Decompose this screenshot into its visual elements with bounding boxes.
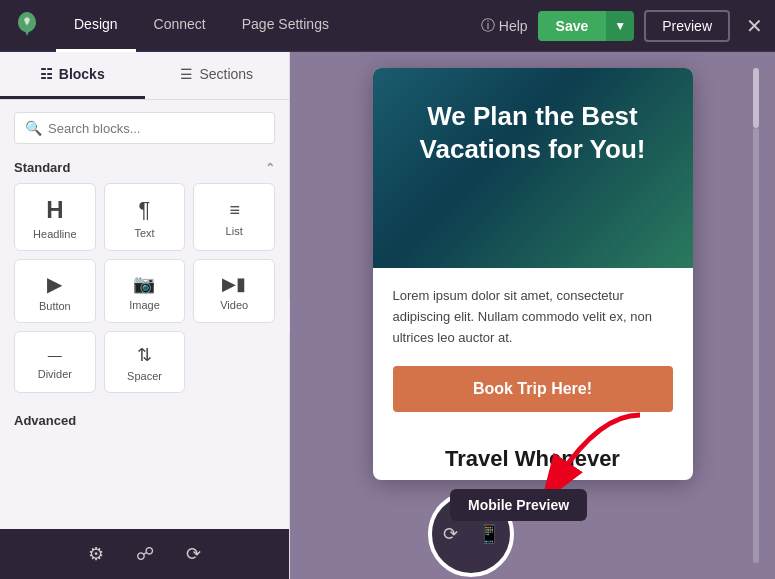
preview-area: We Plan the Best Vacations for You! Lore… [290,52,775,579]
search-area: 🔍 [0,100,289,156]
tab-connect[interactable]: Connect [136,0,224,52]
button-icon: ▶ [47,274,62,294]
block-button[interactable]: ▶ Button [14,259,96,323]
logo [12,9,42,43]
save-button[interactable]: Save [538,11,607,41]
divider-icon: ― [48,348,62,362]
settings-icon-button[interactable]: ⚙ [82,537,110,571]
sidebar-bottom-toolbar: ⚙ ☍ ⟳ [0,529,289,579]
scroll-track [753,128,759,563]
mobile-preview-tooltip: Mobile Preview [450,489,587,521]
refresh-icon-button[interactable]: ⟳ [439,519,462,549]
topbar: Design Connect Page Settings ⓘ Help Save… [0,0,775,52]
text-icon: ¶ [139,199,151,221]
standard-section-label: Standard ⌃ [0,156,289,183]
block-divider[interactable]: ― Divider [14,331,96,393]
search-input-wrap: 🔍 [14,112,275,144]
blocks-grid-row2: ▶ Button 📷 Image ▶▮ Video [0,259,289,335]
mobile-view-icon-button[interactable]: 📱 [474,519,504,549]
sidebar-tabs: ☷ Blocks ☰ Sections [0,52,289,100]
sections-icon: ☰ [180,66,193,82]
blocks-icon: ☷ [40,66,53,82]
block-headline[interactable]: H Headline [14,183,96,251]
mobile-hero-section: We Plan the Best Vacations for You! [373,68,693,268]
preview-button[interactable]: Preview [644,10,730,42]
advanced-section-label: Advanced [0,405,289,436]
headline-icon: H [46,198,63,222]
block-image[interactable]: 📷 Image [104,259,186,323]
block-list[interactable]: ≡ List [193,183,275,251]
tab-design[interactable]: Design [56,0,136,52]
save-dropdown-button[interactable]: ▼ [606,11,634,41]
search-input[interactable] [48,121,264,136]
tab-sections[interactable]: ☰ Sections [145,52,290,99]
blocks-grid-row3: ― Divider ⇅ Spacer [0,331,289,405]
red-arrow-annotation [520,405,650,499]
sidebar: ☷ Blocks ☰ Sections 🔍 Standard ⌃ H Headl [0,52,290,579]
topbar-right: ⓘ Help Save ▼ Preview ✕ [481,10,763,42]
tab-page-settings[interactable]: Page Settings [224,0,347,52]
help-button[interactable]: ⓘ Help [481,17,528,35]
block-text[interactable]: ¶ Text [104,183,186,251]
close-button[interactable]: ✕ [746,14,763,38]
image-icon: 📷 [133,275,155,293]
search-icon: 🔍 [25,120,42,136]
help-icon: ⓘ [481,17,495,35]
block-spacer[interactable]: ⇅ Spacer [104,331,186,393]
toggle-icon[interactable]: ⌃ [265,161,275,175]
video-icon: ▶▮ [222,275,246,293]
list-icon: ≡ [229,201,239,219]
scroll-thumb [753,68,759,128]
block-video[interactable]: ▶▮ Video [193,259,275,323]
spacer-icon: ⇅ [137,346,152,364]
hero-title: We Plan the Best Vacations for You! [397,100,669,165]
nav-tabs: Design Connect Page Settings [56,0,347,52]
save-group: Save ▼ [538,11,635,41]
blocks-grid-row1: H Headline ¶ Text ≡ List [0,183,289,263]
tab-blocks[interactable]: ☷ Blocks [0,52,145,99]
scroll-indicator [753,68,759,563]
body-text: Lorem ipsum dolor sit amet, consectetur … [393,286,673,348]
main-layout: ☷ Blocks ☰ Sections 🔍 Standard ⌃ H Headl [0,52,775,579]
history-icon-button[interactable]: ⟳ [180,537,207,571]
layers-icon-button[interactable]: ☍ [130,537,160,571]
